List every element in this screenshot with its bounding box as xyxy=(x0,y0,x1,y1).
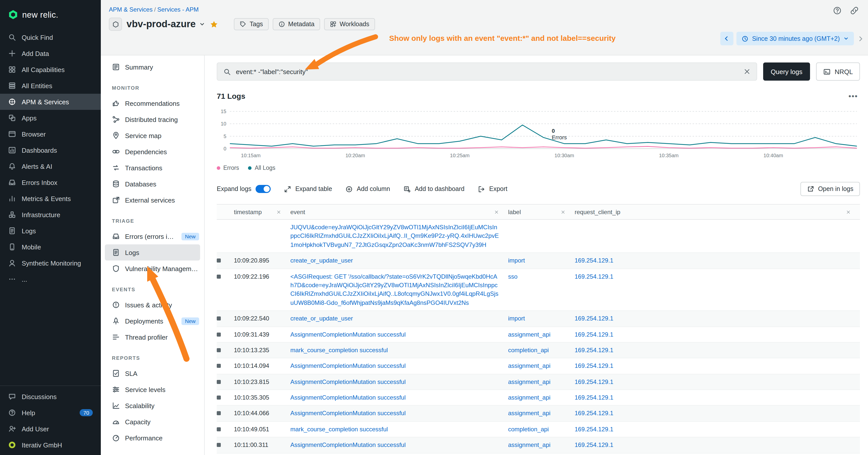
event-link[interactable]: <ASGIRequest: GET '/sso/callback/?state=… xyxy=(290,273,498,306)
sidebar-item-errors-inbox[interactable]: Errors Inbox xyxy=(0,174,101,191)
table-row[interactable]: 10:09:22.540create_or_update_userimport1… xyxy=(217,311,860,327)
label-link[interactable]: import xyxy=(508,257,525,264)
event-link[interactable]: AssignmentCompletionMutation successful xyxy=(290,331,406,338)
time-back-button[interactable] xyxy=(720,32,734,45)
row-expand-icon[interactable] xyxy=(217,427,221,431)
ip-link[interactable]: 169.254.129.1 xyxy=(575,362,614,369)
time-picker[interactable]: Since 30 minutes ago (GMT+2) xyxy=(737,32,854,45)
table-row[interactable]: 10:10:13.235mark_course_completion succe… xyxy=(217,343,860,358)
help-circle-icon[interactable] xyxy=(833,6,842,15)
sub-nav-item-summary[interactable]: Summary xyxy=(101,59,204,75)
event-link[interactable]: AssignmentCompletionMutation successful xyxy=(290,394,406,401)
entity-switcher-caret-icon[interactable] xyxy=(199,21,206,27)
ip-link[interactable]: 169.254.129.1 xyxy=(575,394,614,401)
sub-nav-item-distributed-tracing[interactable]: Distributed tracing xyxy=(101,111,204,128)
legend-item-errors[interactable]: Errors xyxy=(217,165,239,171)
sub-nav-item-vulnerability-management[interactable]: Vulnerability Management xyxy=(101,260,204,277)
event-link[interactable]: AssignmentCompletionMutation successful xyxy=(290,442,406,449)
sidebar-item-all-capabilities[interactable]: All Capabilities xyxy=(0,62,101,77)
sub-nav-item-thread-profiler[interactable]: Thread profiler xyxy=(101,329,204,345)
event-link[interactable]: create_or_update_user xyxy=(290,315,353,322)
row-expand-icon[interactable] xyxy=(217,348,221,352)
row-expand-icon[interactable] xyxy=(217,364,221,368)
footer-item-add-user[interactable]: Add User xyxy=(0,421,101,437)
sub-nav-item-capacity[interactable]: Capacity xyxy=(101,414,204,430)
sub-nav-item-dependencies[interactable]: Dependencies xyxy=(101,143,204,160)
table-row[interactable]: 10:09:31.439AssignmentCompletionMutation… xyxy=(217,327,860,343)
sub-nav-item-issues-activity[interactable]: Issues & activity xyxy=(101,297,204,313)
table-row[interactable]: 10:10:44.066AssignmentCompletionMutation… xyxy=(217,406,860,422)
sidebar-item-alerts-ai[interactable]: Alerts & AI xyxy=(0,158,101,174)
table-row[interactable]: 10:11:00.311AssignmentCompletionMutation… xyxy=(217,437,860,454)
sidebar-item-apm-services[interactable]: APM & Services xyxy=(0,94,101,110)
add-to-dashboard-button[interactable]: Add to dashboard xyxy=(403,185,465,193)
sub-nav-item-recommendations[interactable]: Recommendations xyxy=(101,95,204,111)
event-link[interactable]: mark_course_completion successful xyxy=(290,426,388,433)
sub-nav-item-external-services[interactable]: External services xyxy=(101,192,204,208)
sub-nav-item-scalability[interactable]: Scalability xyxy=(101,397,204,414)
sidebar-item-browser[interactable]: Browser xyxy=(0,126,101,142)
label-link[interactable]: sso xyxy=(508,273,518,280)
sidebar-item-dashboards[interactable]: Dashboards xyxy=(0,142,101,158)
label-link[interactable]: completion_api xyxy=(508,426,549,433)
ip-link[interactable]: 169.254.129.1 xyxy=(575,410,614,417)
row-expand-icon[interactable] xyxy=(217,274,221,279)
label-link[interactable]: assignment_api xyxy=(508,394,551,401)
label-link[interactable]: completion_api xyxy=(508,347,549,354)
remove-column-icon[interactable] xyxy=(846,209,851,215)
sub-nav-item-databases[interactable]: Databases xyxy=(101,176,204,192)
sidebar-item-apps[interactable]: Apps xyxy=(0,110,101,126)
row-expand-icon[interactable] xyxy=(217,317,221,321)
event-link[interactable]: mark_course_completion successful xyxy=(290,347,388,354)
ip-link[interactable]: 169.254.129.1 xyxy=(575,378,614,385)
brand-logo[interactable]: new relic. xyxy=(0,0,101,29)
nrql-button[interactable]: NRQL xyxy=(816,63,860,80)
footer-item-iterativ-gmbh[interactable]: Iterativ GmbH xyxy=(0,437,101,453)
sub-nav-item-sla[interactable]: SLA xyxy=(101,365,204,382)
ip-link[interactable]: 169.254.129.1 xyxy=(575,347,614,354)
sidebar-item-all-entities[interactable]: All Entities xyxy=(0,77,101,94)
open-in-logs-button[interactable]: Open in logs xyxy=(801,182,860,196)
remove-column-icon[interactable] xyxy=(560,209,565,215)
sidebar-item-metrics-events[interactable]: Metrics & Events xyxy=(0,191,101,206)
sidebar-item-add-data[interactable]: Add Data xyxy=(0,45,101,62)
ip-link[interactable]: 169.254.129.1 xyxy=(575,257,614,264)
table-row[interactable]: 10:10:23.815AssignmentCompletionMutation… xyxy=(217,374,860,390)
ip-link[interactable]: 169.254.129.1 xyxy=(575,426,614,433)
ip-link[interactable]: 169.254.129.1 xyxy=(575,273,614,280)
sub-nav-item-transactions[interactable]: Transactions xyxy=(101,160,204,176)
remove-column-icon[interactable] xyxy=(276,209,281,215)
ip-link[interactable]: 169.254.129.1 xyxy=(575,315,614,322)
event-link[interactable]: AssignmentCompletionMutation successful xyxy=(290,378,406,385)
table-row[interactable]: 10:10:35.305AssignmentCompletionMutation… xyxy=(217,390,860,406)
label-link[interactable]: import xyxy=(508,315,525,322)
event-link[interactable]: create_or_update_user xyxy=(290,257,353,264)
sub-nav-item-deployments[interactable]: DeploymentsNew xyxy=(101,313,204,329)
remove-column-icon[interactable] xyxy=(494,209,499,215)
label-link[interactable]: assignment_api xyxy=(508,410,551,417)
table-row[interactable]: 10:10:49.051mark_course_completion succe… xyxy=(217,422,860,437)
sub-nav-item-performance[interactable]: Performance xyxy=(101,430,204,446)
legend-item-all-logs[interactable]: All Logs xyxy=(248,165,276,171)
label-link[interactable]: assignment_api xyxy=(508,362,551,369)
table-row[interactable]: 10:10:14.094AssignmentCompletionMutation… xyxy=(217,358,860,375)
sub-nav-item-service-map[interactable]: Service map xyxy=(101,128,204,143)
ip-link[interactable]: 169.254.129.1 xyxy=(575,442,614,449)
table-row[interactable]: JUQVU&code=eyJraWQiOiJjcGltY29yZV8wOTl1M… xyxy=(217,220,860,253)
export-button[interactable]: Export xyxy=(477,185,507,193)
sidebar-item-infrastructure[interactable]: Infrastructure xyxy=(0,206,101,223)
label-link[interactable]: assignment_api xyxy=(508,442,551,449)
row-expand-icon[interactable] xyxy=(217,443,221,447)
row-expand-icon[interactable] xyxy=(217,395,221,399)
chip-metadata[interactable]: Metadata xyxy=(273,18,320,30)
query-logs-button[interactable]: Query logs xyxy=(763,63,810,80)
add-column-button[interactable]: Add column xyxy=(345,185,390,193)
sidebar-item-more[interactable]: ... xyxy=(0,271,101,287)
expand-table-button[interactable]: Expand table xyxy=(284,185,332,193)
clear-query-icon[interactable] xyxy=(744,68,750,75)
label-link[interactable]: assignment_api xyxy=(508,331,551,338)
footer-item-discussions[interactable]: Discussions xyxy=(0,389,101,404)
footer-item-help[interactable]: Help70 xyxy=(0,404,101,421)
sidebar-item-logs[interactable]: Logs xyxy=(0,223,101,239)
event-link[interactable]: JUQVU&code=eyJraWQiOiJjcGltY29yZV8wOTl1M… xyxy=(290,224,499,249)
